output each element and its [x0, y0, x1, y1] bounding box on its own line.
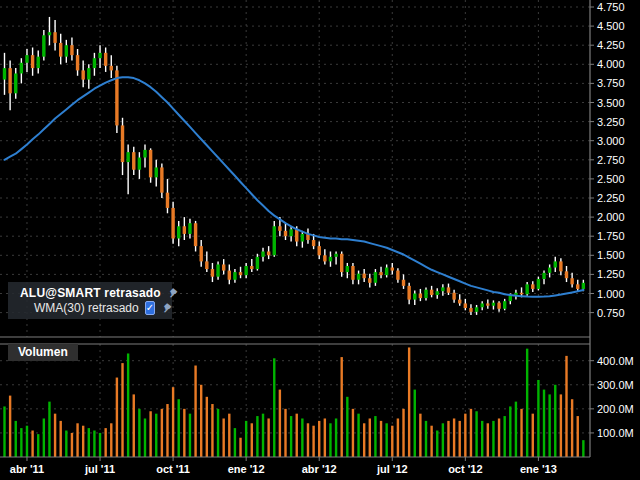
candle-body-up	[143, 150, 146, 158]
candle-body-up	[155, 167, 158, 177]
volume-bar	[374, 416, 376, 457]
legend-instrument-row[interactable]: ALU@SMART retrasado ☛	[20, 285, 168, 300]
candle-body-up	[542, 273, 545, 279]
candle-body-down	[59, 43, 62, 57]
volume-bar	[121, 363, 123, 457]
candle-body-down	[8, 68, 11, 93]
candle-body-down	[497, 303, 500, 309]
volume-bar	[234, 428, 236, 457]
candle-body-up	[216, 264, 219, 276]
candle-body-up	[413, 294, 416, 300]
chart-window: 4.7504.5004.2504.0003.7503.5003.2503.000…	[0, 0, 640, 480]
volume-bar	[487, 423, 489, 457]
candle-body-down	[31, 55, 34, 68]
price-tick-label: 2.750	[597, 154, 625, 166]
candle-body-up	[475, 307, 478, 312]
price-tick-label: 3.000	[597, 135, 625, 147]
volume-bar	[346, 397, 348, 457]
volume-bar	[565, 356, 567, 457]
volume-bar	[93, 431, 95, 457]
volume-bar	[211, 404, 213, 457]
candle-body-down	[318, 246, 321, 255]
candle-body-down	[171, 208, 174, 239]
volume-bar	[296, 414, 298, 457]
volume-bar	[385, 423, 387, 457]
candle-body-up	[582, 283, 585, 289]
volume-bar	[149, 411, 151, 457]
candle-body-down	[267, 251, 270, 255]
candle-body-down	[200, 246, 203, 261]
candle-body-down	[469, 308, 472, 312]
volume-bar	[554, 385, 556, 457]
candle-body-up	[261, 251, 264, 256]
candle-body-up	[188, 223, 191, 234]
volume-bar	[357, 414, 359, 457]
candle-body-down	[222, 264, 225, 270]
volume-bar	[481, 421, 483, 457]
volume-bar	[60, 421, 62, 457]
candle-body-down	[452, 293, 455, 300]
candle-body-down	[228, 271, 231, 280]
candle-body-down	[250, 266, 253, 269]
volume-bar	[138, 409, 140, 457]
date-tick-label: ene '13	[520, 463, 557, 475]
candle-body-up	[244, 266, 247, 275]
volume-bar	[492, 421, 494, 457]
price-tick-label: 2.500	[597, 173, 625, 185]
volume-bar	[43, 418, 45, 457]
candle-body-down	[351, 266, 354, 280]
volume-bar	[31, 431, 33, 457]
volume-bar	[464, 414, 466, 457]
candle-body-down	[379, 272, 382, 275]
volume-bar	[9, 396, 11, 457]
candle-body-up	[537, 279, 540, 289]
volume-bar	[279, 390, 281, 457]
candle-body-up	[329, 257, 332, 262]
candle-body-up	[256, 257, 259, 269]
volume-bar	[194, 366, 196, 457]
volume-bar	[430, 426, 432, 457]
volume-bar	[82, 426, 84, 457]
volume-bar	[526, 349, 528, 457]
volume-bar	[206, 397, 208, 457]
legend-wma-row[interactable]: WMA(30) retrasado ✓ ☛	[20, 300, 168, 315]
volume-bar	[144, 418, 146, 457]
volume-bar	[391, 426, 393, 457]
date-tick-label: abr '11	[10, 463, 44, 475]
volume-tick-label: 100.0M	[597, 427, 634, 439]
wma-visibility-checkbox[interactable]: ✓	[145, 301, 155, 315]
volume-bar	[571, 399, 573, 457]
candle-body-up	[98, 53, 101, 58]
candle-body-up	[289, 229, 292, 236]
volume-bar	[222, 418, 224, 457]
volume-bar	[48, 402, 50, 457]
drag-hand-icon: ☛	[159, 300, 174, 315]
candle-body-down	[110, 66, 113, 71]
candle-body-up	[357, 274, 360, 280]
volume-bar	[414, 390, 416, 457]
volume-bar	[133, 394, 135, 457]
volume-bar	[262, 414, 264, 457]
volume-bar	[335, 418, 337, 457]
candle-body-down	[464, 303, 467, 308]
candle-body-up	[273, 226, 276, 255]
candle-body-up	[441, 287, 444, 291]
volume-panel-label: Volumen	[8, 344, 78, 361]
volume-bar	[459, 421, 461, 457]
candle-body-down	[565, 271, 568, 278]
candle-body-down	[239, 272, 242, 275]
volume-bar	[577, 416, 579, 457]
volume-bar	[200, 385, 202, 457]
volume-bar	[548, 394, 550, 457]
candle-body-down	[53, 32, 56, 43]
candle-body-up	[301, 234, 304, 242]
wma-label: WMA(30) retrasado	[34, 301, 139, 315]
volume-bar	[127, 353, 129, 457]
volume-bar	[166, 404, 168, 457]
volume-bar	[475, 411, 477, 457]
candle-body-down	[576, 284, 579, 289]
price-volume-chart[interactable]: 4.7504.5004.2504.0003.7503.5003.2503.000…	[0, 0, 640, 480]
candle-body-down	[81, 70, 84, 79]
candle-body-down	[70, 45, 73, 55]
candle-body-up	[492, 303, 495, 306]
